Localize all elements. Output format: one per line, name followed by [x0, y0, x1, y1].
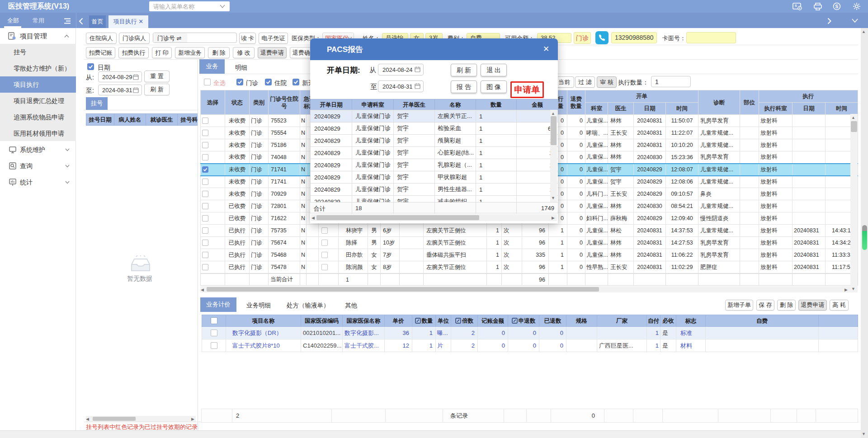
svg-text:S: S: [795, 4, 797, 7]
svg-text:S: S: [835, 4, 839, 9]
